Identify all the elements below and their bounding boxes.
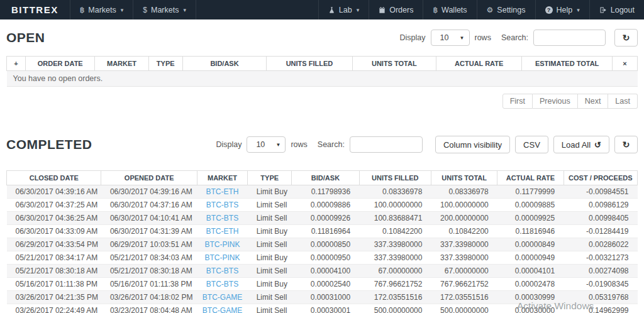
open-rows-select[interactable]: 10 ▼ xyxy=(431,30,470,46)
nav-orders[interactable]: Orders xyxy=(369,0,423,19)
table-row: 06/30/2017 04:36:25 AM06/30/2017 04:10:4… xyxy=(7,212,638,225)
type-cell: Limit Sell xyxy=(248,291,292,304)
gear-icon: ⚙ xyxy=(487,6,494,14)
opened-date-cell: 03/23/2017 08:04:48 AM xyxy=(101,304,197,313)
units-filled-cell: 0.08336978 xyxy=(359,185,431,199)
actual-rate-cell: 0.00000949 xyxy=(497,251,564,265)
column-header[interactable]: MARKET xyxy=(95,57,148,71)
table-row: 06/30/2017 04:39:16 AM06/30/2017 04:39:1… xyxy=(7,185,638,199)
table-row: 03/26/2017 04:21:35 PM03/26/2017 04:18:0… xyxy=(7,291,638,304)
column-header[interactable]: TYPE xyxy=(248,171,292,185)
column-header[interactable]: × xyxy=(612,57,637,71)
nav-label: Settings xyxy=(497,6,525,14)
completed-refresh-button[interactable]: ↻ xyxy=(614,136,638,153)
button-label: Load All xyxy=(562,140,591,150)
column-header[interactable]: ESTIMATED TOTAL xyxy=(522,57,612,71)
column-header[interactable]: OPENED DATE xyxy=(101,171,197,185)
load-all-button[interactable]: Load All ↺ xyxy=(553,136,609,153)
bid-ask-cell: 0.00000950 xyxy=(292,251,359,265)
market-link[interactable]: BTC-BTS xyxy=(206,214,238,222)
units-filled-cell: 172.03551516 xyxy=(359,291,431,304)
pagination-first[interactable]: First xyxy=(502,94,533,109)
column-header[interactable]: ACTUAL RATE xyxy=(436,57,522,71)
table-row: 06/30/2017 04:33:09 AM06/30/2017 04:31:3… xyxy=(7,225,638,238)
market-link[interactable]: BTC-ETH xyxy=(206,227,239,236)
units-total-cell: 337.33980000 xyxy=(431,251,497,265)
column-header[interactable]: ACTUAL RATE xyxy=(497,171,564,185)
opened-date-cell: 06/30/2017 04:10:41 AM xyxy=(101,212,197,225)
completed-search-input[interactable] xyxy=(350,136,423,153)
cost-proceeds-cell: 0.14962999 xyxy=(564,304,637,313)
caret-down-icon: ▾ xyxy=(183,7,186,13)
pagination-next[interactable]: Next xyxy=(578,94,609,109)
market-link[interactable]: BTC-BTS xyxy=(206,200,238,209)
nav-wallets[interactable]: ฿ Wallets xyxy=(423,0,476,19)
market-cell: BTC-ETH xyxy=(197,185,247,199)
nav-settings[interactable]: ⚙ Settings xyxy=(477,0,535,19)
nav-help[interactable]: ? Help ▾ xyxy=(535,0,589,19)
column-header[interactable]: CLOSED DATE xyxy=(7,171,101,185)
logout-icon xyxy=(599,6,607,14)
column-visibility-button[interactable]: Column visibility xyxy=(435,136,510,153)
type-cell: Limit Sell xyxy=(248,199,292,212)
type-cell: Limit Buy xyxy=(248,225,292,238)
table-row: 03/26/2017 02:24:49 AM03/23/2017 08:04:4… xyxy=(7,304,638,313)
nav-label: Wallets xyxy=(441,6,467,14)
actual-rate-cell: 0.00004101 xyxy=(497,265,564,278)
nav-logout[interactable]: Logout xyxy=(589,0,644,19)
market-cell: BTC-BTS xyxy=(197,265,247,278)
nav-lab[interactable]: Lab ▾ xyxy=(318,0,369,19)
bid-ask-cell: 0.00004100 xyxy=(292,265,359,278)
csv-button[interactable]: CSV xyxy=(515,136,548,153)
cost-proceeds-cell: -0.00984551 xyxy=(564,185,637,199)
market-link[interactable]: BTC-BTS xyxy=(206,280,238,288)
display-label: Display xyxy=(400,33,426,42)
brand-logo[interactable]: BITTREX xyxy=(0,0,70,19)
market-link[interactable]: BTC-PINK xyxy=(205,253,240,262)
open-empty-row: You have no open orders. xyxy=(7,71,638,87)
completed-rows-select[interactable]: 10 ▼ xyxy=(247,136,286,153)
search-label: Search: xyxy=(318,140,345,149)
closed-date-cell: 06/30/2017 04:36:25 AM xyxy=(7,212,101,225)
nav-label: Markets xyxy=(88,6,116,14)
column-header[interactable]: COST / PROCEEDS xyxy=(564,171,637,185)
pagination-last[interactable]: Last xyxy=(608,94,638,109)
column-header[interactable]: UNITS TOTAL xyxy=(352,57,436,71)
bid-ask-cell: 0.00002540 xyxy=(292,278,359,291)
market-link[interactable]: BTC-PINK xyxy=(205,240,240,249)
usd-icon: $ xyxy=(143,6,147,14)
closed-date-cell: 06/30/2017 04:37:25 AM xyxy=(7,199,101,212)
completed-table-body: 06/30/2017 04:39:16 AM06/30/2017 04:39:1… xyxy=(7,185,638,313)
open-orders-table: +ORDER DATEMARKETTYPEBID/ASKUNITS FILLED… xyxy=(6,56,638,87)
closed-date-cell: 05/21/2017 08:30:18 AM xyxy=(7,265,101,278)
column-header[interactable]: ORDER DATE xyxy=(26,57,95,71)
units-total-cell: 767.96621752 xyxy=(431,278,497,291)
type-cell: Limit Sell xyxy=(248,304,292,313)
nav-btc-markets[interactable]: ฿ Markets ▾ xyxy=(70,0,134,19)
column-header[interactable]: + xyxy=(7,57,26,71)
closed-date-cell: 06/30/2017 04:39:16 AM xyxy=(7,185,101,199)
column-header[interactable]: BID/ASK xyxy=(292,171,359,185)
market-link[interactable]: BTC-GAME xyxy=(203,293,242,302)
nav-usd-markets[interactable]: $ Markets ▾ xyxy=(133,0,196,19)
btc-icon: ฿ xyxy=(80,6,85,14)
market-link[interactable]: BTC-GAME xyxy=(203,306,242,313)
open-search-input[interactable] xyxy=(533,30,606,46)
pagination-previous[interactable]: Previous xyxy=(533,94,578,109)
column-header[interactable]: UNITS FILLED xyxy=(267,57,352,71)
nav-label: Logout xyxy=(611,6,635,14)
units-total-cell: 337.33980000 xyxy=(431,238,497,251)
market-link[interactable]: BTC-BTS xyxy=(206,266,238,275)
market-link[interactable]: BTC-ETH xyxy=(206,187,239,196)
column-header[interactable]: UNITS TOTAL xyxy=(431,171,497,185)
history-icon: ↺ xyxy=(594,140,601,150)
column-header[interactable]: UNITS FILLED xyxy=(359,171,431,185)
actual-rate-cell: 0.00030999 xyxy=(497,291,564,304)
open-refresh-button[interactable]: ↻ xyxy=(614,29,638,47)
units-total-cell: 67.00000000 xyxy=(431,265,497,278)
units-total-cell: 100.00000000 xyxy=(431,199,497,212)
column-header[interactable]: BID/ASK xyxy=(182,57,266,71)
column-header[interactable]: MARKET xyxy=(197,171,247,185)
type-cell: Limit Sell xyxy=(248,265,292,278)
column-header[interactable]: TYPE xyxy=(148,57,182,71)
